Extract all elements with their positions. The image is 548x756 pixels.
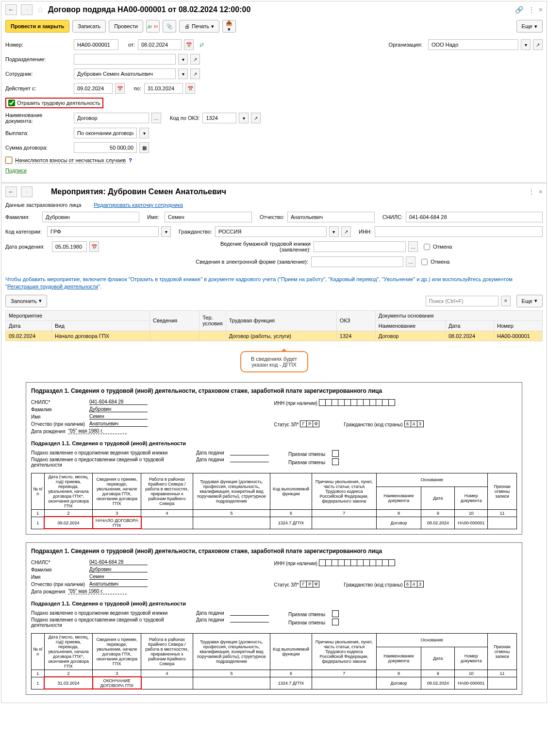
search-input[interactable]	[426, 296, 498, 306]
electronic-ellipsis-icon[interactable]: …	[406, 256, 415, 267]
post-close-button[interactable]: Провести и закрыть	[5, 20, 69, 33]
employee-dropdown-icon[interactable]: ▾	[178, 68, 188, 79]
middlename-label: Отчество:	[260, 214, 284, 220]
report2-row: 1 31.03.2024 ОКОНЧАНИЕ ДОГОВОРА ГПХ 1324…	[32, 677, 517, 689]
reflect-checkbox[interactable]	[8, 100, 15, 106]
signatures-link[interactable]: Подписи	[5, 168, 27, 173]
validfrom-input[interactable]	[74, 83, 113, 94]
dept-input[interactable]	[74, 54, 176, 65]
events-titlebar: ← → Мероприятия: Дубровин Семен Анатолье…	[1, 184, 547, 200]
dt-kt-button[interactable]: ДтКт	[146, 20, 160, 33]
payment-dropdown-icon[interactable]: ▾	[139, 128, 149, 138]
payment-input[interactable]	[74, 128, 137, 138]
electronic-input[interactable]	[311, 256, 403, 267]
reg-link[interactable]: Регистрация трудовой деятельности	[7, 284, 98, 289]
events-window: ← → Мероприятия: Дубровин Семен Анатолье…	[1, 183, 547, 703]
sum-calc-icon[interactable]: ▦	[139, 142, 149, 153]
print-button[interactable]: 🖨 Печать ▾	[179, 20, 219, 33]
accident-label: Начисляются взносы от несчастных случаев	[15, 157, 126, 164]
info-text: Чтобы добавить мероприятие, включите фла…	[1, 276, 547, 295]
employee-label: Сотрудник:	[5, 71, 71, 77]
close-icon[interactable]: ×	[539, 188, 543, 196]
paper-cancel-checkbox[interactable]	[424, 244, 430, 250]
okz-label: Код по ОКЗ:	[170, 115, 199, 121]
inn-input[interactable]	[375, 226, 543, 237]
forward-button[interactable]: →	[21, 4, 33, 15]
validto-input[interactable]	[144, 83, 183, 94]
dob-label: Дата рождения:	[5, 244, 49, 250]
callout-bubble: В сведениях будет указан код - ДГПХ	[240, 351, 308, 372]
citizen-dropdown-icon[interactable]: ▾	[329, 226, 339, 237]
employee-open-icon[interactable]: ↗	[190, 68, 200, 79]
back-button[interactable]: ←	[5, 4, 17, 15]
dob-calendar-icon[interactable]: 📅	[89, 241, 99, 252]
table-more-button[interactable]: Еще ▾	[516, 295, 543, 307]
okz-dropdown-icon[interactable]: ▾	[239, 113, 249, 123]
number-label: Номер:	[5, 42, 71, 48]
electronic-cancel-label: Отмена	[431, 259, 449, 265]
forward-button[interactable]: →	[21, 186, 33, 197]
table-row[interactable]: 09.02.2024 Начало договора ГПХ Договор (…	[6, 331, 543, 341]
date-input[interactable]	[138, 39, 182, 50]
citizen-input[interactable]	[215, 226, 327, 237]
paper-book-label: Ведение бумажной трудовой книжки (заявле…	[189, 241, 311, 252]
th-type: Вид	[52, 320, 150, 331]
swap-icon[interactable]: ⇄	[199, 42, 204, 48]
export-button[interactable]: 📤 ▾	[222, 20, 236, 33]
fill-button[interactable]: Заполнить ▾	[5, 295, 47, 307]
th-terr: Тер. условия	[199, 310, 226, 331]
sub11-title: Подраздел 1.1. Сведения о трудовой (иной…	[31, 440, 517, 446]
report2-table: № п/п Дата (число, месяц, год) приема, п…	[31, 633, 517, 689]
employee-input[interactable]	[74, 68, 176, 79]
insured-label: Данные застрахованного лица	[5, 202, 81, 208]
post-button[interactable]: Провести	[109, 20, 143, 33]
validfrom-calendar-icon[interactable]: 📅	[115, 83, 125, 94]
docname-input[interactable]	[74, 113, 149, 123]
link-icon[interactable]: 🔗	[515, 6, 523, 14]
accident-checkbox[interactable]	[5, 157, 12, 164]
lastname-label: Фамилия:	[5, 214, 39, 220]
dept-dropdown-icon[interactable]: ▾	[178, 54, 188, 65]
sum-input[interactable]	[74, 142, 137, 153]
calendar-icon[interactable]: 📅	[184, 39, 194, 50]
paper-book-input[interactable]	[314, 241, 406, 252]
inn-label: ИНН:	[359, 229, 372, 235]
kebab-icon[interactable]: ⋮	[528, 188, 534, 196]
middlename-input[interactable]	[287, 212, 375, 222]
dept-open-icon[interactable]: ↗	[190, 54, 200, 65]
electronic-cancel-checkbox[interactable]	[421, 259, 428, 265]
dob-input[interactable]	[52, 241, 87, 252]
search-clear-icon[interactable]: ×	[501, 296, 511, 306]
docname-ellipsis-icon[interactable]: …	[151, 113, 161, 123]
dept-label: Подразделение:	[5, 56, 71, 62]
report-section-1: Подраздел 1. Сведения о трудовой (иной) …	[26, 382, 522, 535]
okz-input[interactable]	[202, 113, 236, 123]
cat-input[interactable]	[47, 226, 159, 237]
org-dropdown-icon[interactable]: ▾	[521, 39, 531, 50]
more-button[interactable]: Еще ▾	[516, 20, 543, 33]
write-button[interactable]: Записать	[72, 20, 106, 33]
citizen-open-icon[interactable]: ↗	[341, 226, 351, 237]
close-icon[interactable]: ×	[539, 6, 543, 14]
back-button[interactable]: ←	[5, 186, 17, 197]
org-input[interactable]	[428, 39, 518, 50]
edit-card-link[interactable]: Редактировать карточку сотрудника	[94, 202, 183, 208]
cat-dropdown-icon[interactable]: ▾	[161, 226, 171, 237]
okz-open-icon[interactable]: ↗	[251, 113, 261, 123]
paper-ellipsis-icon[interactable]: …	[408, 241, 418, 252]
lastname-input[interactable]	[42, 212, 139, 222]
favorite-icon[interactable]: ☆	[36, 4, 44, 15]
attach-button[interactable]: 📎	[163, 20, 176, 33]
org-open-icon[interactable]: ↗	[533, 39, 543, 50]
validto-calendar-icon[interactable]: 📅	[185, 83, 195, 94]
report-section-2: Подраздел 1. Сведения о трудовой (иной) …	[26, 542, 522, 695]
paper-cancel-label: Отмена	[433, 244, 452, 250]
section1-title: Подраздел 1. Сведения о трудовой (иной) …	[31, 387, 517, 394]
validfrom-label: Действует с:	[5, 85, 71, 91]
snils-input[interactable]	[406, 212, 543, 222]
firstname-input[interactable]	[165, 212, 252, 222]
help-icon[interactable]: ?	[129, 157, 132, 163]
number-input[interactable]	[74, 39, 118, 50]
sum-label: Сумма договора:	[5, 145, 71, 151]
kebab-icon[interactable]: ⋮	[528, 6, 534, 14]
